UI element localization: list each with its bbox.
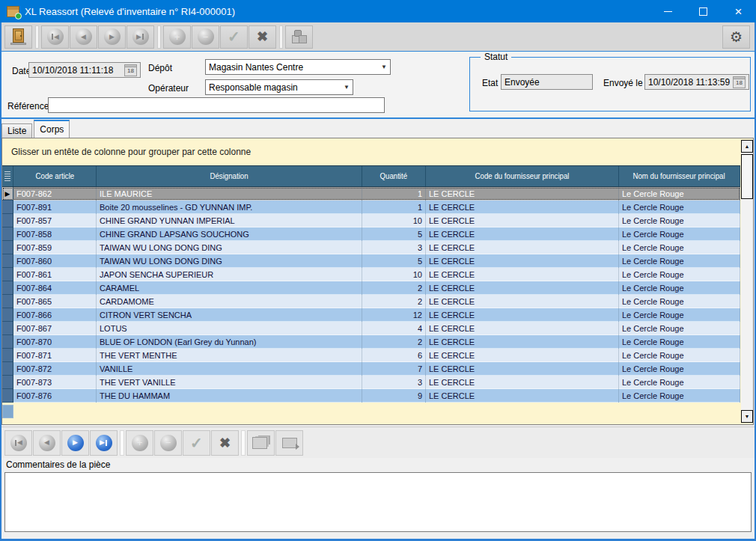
quantite-cell[interactable]: 2 [362,295,426,308]
code-fournisseur-principal-cell[interactable]: LE CERCLE [426,227,619,241]
code-article-cell[interactable]: F007-857 [13,214,97,227]
quantite-cell[interactable]: 5 [362,254,426,268]
table-row[interactable]: ▶F007-862ILE MAURICE1LE CERCLELe Cercle … [2,187,740,201]
tab-liste[interactable]: Liste [1,123,32,138]
comments-input[interactable] [4,472,752,532]
code-fournisseur-principal-cell[interactable]: LE CERCLE [426,335,619,349]
code-fournisseur-principal-cell[interactable]: LE CERCLE [426,362,619,376]
code-article-cell[interactable]: F007-871 [13,349,97,362]
code-article-cell[interactable]: F007-861 [13,268,97,281]
quantite-cell[interactable]: 6 [362,349,426,362]
code-article-cell[interactable]: F007-858 [13,227,97,241]
column-header-code-article[interactable]: Code article [13,166,97,186]
nom-fournisseur-principal-cell[interactable]: Le Cercle Rouge [619,376,740,389]
nom-fournisseur-principal-cell[interactable]: Le Cercle Rouge [619,227,740,241]
table-row[interactable]: F007-871THE VERT MENTHE6LE CERCLELe Cerc… [2,349,740,362]
code-article-cell[interactable]: F007-866 [13,308,97,322]
table-row[interactable]: F007-864CARAMEL2LE CERCLELe Cercle Rouge [2,281,740,295]
column-header-designation[interactable]: Désignation [97,166,362,186]
last-record-button[interactable]: ▶ [126,25,154,49]
designation-cell[interactable]: Boite 20 mousselines - GD YUNNAN IMP. [97,201,362,214]
designation-cell[interactable]: CITRON VERT SENCHA [97,308,362,322]
exit-button[interactable] [4,25,32,49]
code-fournisseur-principal-cell[interactable]: LE CERCLE [426,308,619,322]
code-fournisseur-principal-cell[interactable]: LE CERCLE [426,241,619,254]
code-fournisseur-principal-cell[interactable]: LE CERCLE [426,376,619,389]
quantite-cell[interactable]: 2 [362,281,426,295]
table-row[interactable]: F007-861JAPON SENCHA SUPERIEUR10LE CERCL… [2,268,740,281]
code-fournisseur-principal-cell[interactable]: LE CERCLE [426,214,619,227]
designation-cell[interactable]: TAIWAN WU LONG DONG DING [97,241,362,254]
minimize-button[interactable] [650,0,686,22]
quantite-cell[interactable]: 1 [362,187,426,201]
designation-cell[interactable]: TAIWAN WU LONG DONG DING [97,254,362,268]
designation-cell[interactable]: ILE MAURICE [97,187,362,201]
scroll-down-button[interactable]: ▼ [741,410,753,423]
table-row[interactable]: F007-857CHINE GRAND YUNNAN IMPERIAL10LE … [2,214,740,227]
code-article-cell[interactable]: F007-862 [13,187,97,201]
quantite-cell[interactable]: 1 [362,201,426,214]
designation-cell[interactable]: BLUE OF LONDON (Earl Grey du Yunnan) [97,335,362,349]
designation-cell[interactable]: CARAMEL [97,281,362,295]
nom-fournisseur-principal-cell[interactable]: Le Cercle Rouge [619,335,740,349]
group-by-bar[interactable]: Glisser un entête de colonne pour groupe… [2,138,753,165]
nom-fournisseur-principal-cell[interactable]: Le Cercle Rouge [619,349,740,362]
code-fournisseur-principal-cell[interactable]: LE CERCLE [426,268,619,281]
nom-fournisseur-principal-cell[interactable]: Le Cercle Rouge [619,281,740,295]
next-record-button[interactable]: ▶ [98,25,126,49]
stock-button[interactable] [285,25,313,49]
code-article-cell[interactable]: F007-867 [13,322,97,335]
scroll-up-button[interactable]: ▲ [741,140,753,153]
code-fournisseur-principal-cell[interactable]: LE CERCLE [426,281,619,295]
table-row[interactable]: F007-866CITRON VERT SENCHA12LE CERCLELe … [2,308,740,322]
code-article-cell[interactable]: F007-872 [13,362,97,376]
line-validate-button[interactable]: ✓ [183,430,210,456]
line-remove-button[interactable]: − [154,430,182,456]
cards-stack-button[interactable] [247,430,275,456]
code-article-cell[interactable]: F007-876 [13,389,97,403]
date-field[interactable]: 10/10/2018 11:11:18 18 [28,62,141,78]
line-first-button[interactable]: ◀ [4,430,32,456]
code-fournisseur-principal-cell[interactable]: LE CERCLE [426,349,619,362]
code-fournisseur-principal-cell[interactable]: LE CERCLE [426,187,619,201]
nom-fournisseur-principal-cell[interactable]: Le Cercle Rouge [619,295,740,308]
column-header-code-fournisseur-principal[interactable]: Code du fournisseur principal [426,166,619,186]
table-row[interactable]: F007-891Boite 20 mousselines - GD YUNNAN… [2,201,740,214]
code-article-cell[interactable]: F007-860 [13,254,97,268]
calendar-icon[interactable]: 18 [124,64,137,76]
nom-fournisseur-principal-cell[interactable]: Le Cercle Rouge [619,389,740,403]
depot-select[interactable]: Magasin Nantes Centre ▼ [205,59,391,75]
add-button[interactable]: + [163,25,191,49]
table-row[interactable]: F007-876THE DU HAMMAM9LE CERCLELe Cercle… [2,389,740,403]
designation-cell[interactable]: CARDAMOME [97,295,362,308]
code-article-cell[interactable]: F007-891 [13,201,97,214]
code-article-cell[interactable]: F007-859 [13,241,97,254]
nom-fournisseur-principal-cell[interactable]: Le Cercle Rouge [619,214,740,227]
line-previous-button[interactable]: ◀ [33,430,61,456]
table-row[interactable]: F007-873THE VERT VANILLE3LE CERCLELe Cer… [2,376,740,389]
quantite-cell[interactable]: 10 [362,268,426,281]
line-last-button[interactable]: ▶ [90,430,118,456]
table-row[interactable]: F007-860TAIWAN WU LONG DONG DING5LE CERC… [2,254,740,268]
card-export-button[interactable] [275,430,303,456]
quantite-cell[interactable]: 9 [362,389,426,403]
code-article-cell[interactable]: F007-865 [13,295,97,308]
table-row[interactable]: F007-858CHINE GRAND LAPSANG SOUCHONG5LE … [2,227,740,241]
nom-fournisseur-principal-cell[interactable]: Le Cercle Rouge [619,268,740,281]
designation-cell[interactable]: THE VERT VANILLE [97,376,362,389]
quantite-cell[interactable]: 5 [362,227,426,241]
close-button[interactable]: × [721,0,756,22]
previous-record-button[interactable]: ◀ [70,25,97,49]
settings-button[interactable]: ⚙ [722,25,750,49]
quantite-cell[interactable]: 3 [362,376,426,389]
quantite-cell[interactable]: 12 [362,308,426,322]
column-header-quantite[interactable]: Quantité [362,166,426,186]
first-record-button[interactable]: ◀ [41,25,69,49]
quantite-cell[interactable]: 2 [362,335,426,349]
line-add-button[interactable]: + [126,430,153,456]
validate-button[interactable]: ✓ [220,25,248,49]
operateur-select[interactable]: Responsable magasin ▼ [205,79,353,95]
code-fournisseur-principal-cell[interactable]: LE CERCLE [426,295,619,308]
tab-corps[interactable]: Corps [34,120,70,138]
nom-fournisseur-principal-cell[interactable]: Le Cercle Rouge [619,241,740,254]
